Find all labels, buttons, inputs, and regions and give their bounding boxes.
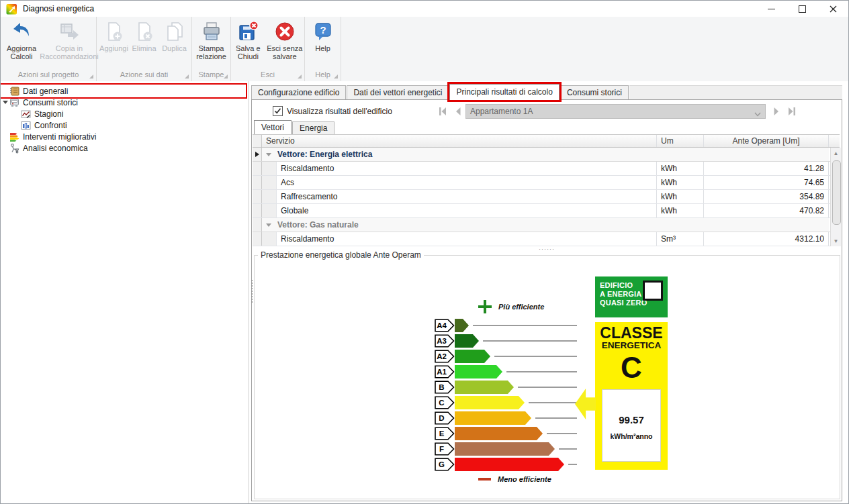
first-record-button[interactable] bbox=[435, 103, 450, 119]
column-header-servizio[interactable]: Servizio bbox=[262, 135, 657, 147]
scrollbar-thumb[interactable] bbox=[832, 160, 841, 225]
undo-button[interactable]: Aggiorna Calcoli bbox=[1, 19, 42, 60]
cell-ante-operam[interactable]: 354.89 bbox=[704, 190, 829, 203]
energy-class-letter: C bbox=[595, 350, 668, 385]
cell-servizio[interactable]: Riscaldamento bbox=[262, 232, 657, 246]
tab-configurazione-edificio[interactable]: Configurazione edificio bbox=[251, 85, 346, 100]
ribbon-group-caption: Azioni sul progetto bbox=[1, 70, 96, 79]
cell-ante-operam[interactable]: 4312.10 bbox=[704, 232, 829, 246]
group-row-label: Vettore: Gas naturale bbox=[277, 220, 359, 230]
cell-um[interactable]: kWh bbox=[657, 204, 704, 217]
previous-record-button[interactable] bbox=[450, 103, 465, 119]
class-tag: G bbox=[435, 458, 455, 471]
group-collapse-icon[interactable] bbox=[266, 153, 271, 156]
close-button[interactable] bbox=[817, 1, 848, 17]
grid-data-row[interactable]: GlobalekWh470.82 bbox=[253, 204, 840, 218]
last-record-button[interactable] bbox=[784, 103, 799, 119]
class-tag: D bbox=[435, 411, 455, 425]
maximize-icon bbox=[799, 5, 806, 13]
tab-principali-risultati-di-calcolo[interactable]: Principali risultati di calcolo bbox=[449, 84, 559, 100]
sidebar-item-stagioni[interactable]: Stagioni bbox=[1, 108, 245, 119]
sidebar-item-consumi-storici[interactable]: Consumi storici bbox=[1, 97, 245, 108]
scroll-down-icon[interactable]: ▼ bbox=[831, 236, 841, 246]
sidebar-item-label: Analisi economica bbox=[23, 144, 88, 153]
class-arrow bbox=[455, 442, 555, 456]
svg-text:A4: A4 bbox=[437, 321, 447, 330]
cell-servizio[interactable]: Globale bbox=[262, 204, 657, 217]
svg-text:D: D bbox=[439, 414, 444, 422]
cell-ante-operam[interactable]: 41.28 bbox=[704, 162, 829, 175]
subtab-vettori[interactable]: Vettori bbox=[254, 120, 292, 134]
class-tag: A3 bbox=[435, 334, 455, 348]
expander-icon[interactable] bbox=[3, 101, 8, 104]
record-selector[interactable]: Appartamento 1A bbox=[465, 104, 766, 119]
sidebar-item-analisi-economica[interactable]: Analisi economica bbox=[1, 142, 245, 154]
sidebar-item-label: Consumi storici bbox=[23, 98, 78, 107]
cell-um[interactable]: kWh bbox=[657, 190, 704, 203]
dialog-launcher-icon[interactable] bbox=[298, 74, 302, 79]
grid-group-row[interactable]: Vettore: Energia elettrica bbox=[253, 148, 840, 162]
delete-page-button: Elimina bbox=[130, 19, 159, 52]
sidebar-item-dati-generali[interactable]: Dati generali bbox=[1, 85, 245, 97]
dialog-launcher-icon[interactable] bbox=[334, 74, 338, 79]
svg-text:A1: A1 bbox=[437, 368, 447, 376]
ribbon-button-label: Esci senza salvare bbox=[265, 44, 304, 60]
grid-data-row[interactable]: AcskWh74.65 bbox=[253, 176, 840, 190]
sidebar-item-confronti[interactable]: Confronti bbox=[1, 119, 245, 131]
class-guide-line bbox=[529, 402, 577, 403]
group-collapse-icon[interactable] bbox=[266, 223, 271, 227]
cell-servizio[interactable]: Riscaldamento bbox=[262, 162, 657, 175]
grid-scrollbar[interactable]: ▲ ▼ bbox=[830, 148, 841, 246]
add-page-icon bbox=[103, 21, 125, 42]
subtab-energia[interactable]: Energia bbox=[292, 121, 334, 134]
dialog-launcher-icon[interactable] bbox=[185, 74, 189, 79]
group-row-cell[interactable]: Vettore: Gas naturale bbox=[262, 218, 829, 232]
next-record-button[interactable] bbox=[768, 103, 784, 119]
column-header-um[interactable]: Um bbox=[657, 135, 704, 147]
svg-text:C: C bbox=[439, 399, 444, 407]
ribbon-button-label: Elimina bbox=[132, 44, 156, 52]
class-arrow bbox=[455, 411, 531, 425]
cell-um[interactable]: kWh bbox=[657, 162, 704, 175]
dialog-launcher-icon[interactable] bbox=[89, 74, 93, 79]
grid-data-row[interactable]: RiscaldamentokWh41.28 bbox=[253, 162, 840, 176]
minimize-button[interactable] bbox=[756, 1, 787, 17]
energy-class-scale: A4A3A2A1BCDEFG bbox=[435, 319, 577, 473]
printer-icon bbox=[201, 21, 222, 42]
class-arrow bbox=[455, 396, 525, 409]
tab-dati-dei-vettori-energetici[interactable]: Dati dei vettori energetici bbox=[347, 85, 449, 100]
cell-um[interactable]: kWh bbox=[657, 176, 704, 189]
scroll-up-icon[interactable]: ▲ bbox=[831, 148, 841, 158]
show-building-results-checkbox[interactable]: Visualizza risultati dell'edificio bbox=[273, 106, 392, 116]
grid-data-row[interactable]: RaffrescamentokWh354.89 bbox=[253, 190, 840, 204]
exit-button[interactable]: Esci senza salvare bbox=[265, 19, 304, 60]
grid-data-row[interactable]: RiscaldamentoSm³4312.10 bbox=[253, 232, 840, 246]
duplicate-page-icon bbox=[164, 21, 185, 42]
cell-ante-operam[interactable]: 74.65 bbox=[704, 176, 829, 189]
sidebar-item-interventi-migliorativi[interactable]: Interventi migliorativi bbox=[1, 131, 245, 142]
groupbox-title: Prestazione energetica globale Ante Oper… bbox=[258, 250, 424, 260]
save-close-button[interactable]: Salva e Chiudi bbox=[231, 19, 265, 60]
maximize-button[interactable] bbox=[787, 1, 817, 17]
class-tag: B bbox=[435, 381, 455, 394]
dialog-launcher-icon[interactable] bbox=[224, 74, 228, 79]
less-efficient-legend: Meno efficiente bbox=[478, 475, 551, 483]
column-header-ante-operam[interactable]: Ante Operam [Um] bbox=[704, 135, 829, 147]
vertical-splitter-grip[interactable] bbox=[251, 280, 253, 303]
cell-servizio[interactable]: Acs bbox=[262, 176, 657, 189]
group-row-cell[interactable]: Vettore: Energia elettrica bbox=[262, 148, 829, 161]
class-guide-line bbox=[559, 448, 577, 450]
cell-um[interactable]: Sm³ bbox=[657, 232, 704, 246]
class-guide-line bbox=[547, 433, 577, 434]
cell-servizio[interactable]: Raffrescamento bbox=[262, 190, 657, 203]
printer-button[interactable]: Stampa relazione bbox=[193, 19, 230, 60]
help-button[interactable]: ?Help bbox=[307, 19, 339, 52]
grid-group-row[interactable]: Vettore: Gas naturale bbox=[253, 218, 840, 232]
subtabs: VettoriEnergia bbox=[254, 120, 335, 134]
tab-consumi-storici[interactable]: Consumi storici bbox=[560, 85, 629, 100]
ribbon-button-label: Stampa relazione bbox=[193, 44, 230, 60]
tab-page: Visualizza risultati dell'edificio Appar… bbox=[251, 99, 842, 501]
energy-value-box: 99.57 kWh/m²anno bbox=[602, 389, 661, 462]
sidebar-item-label: Confronti bbox=[34, 121, 67, 130]
cell-ante-operam[interactable]: 470.82 bbox=[704, 204, 829, 217]
